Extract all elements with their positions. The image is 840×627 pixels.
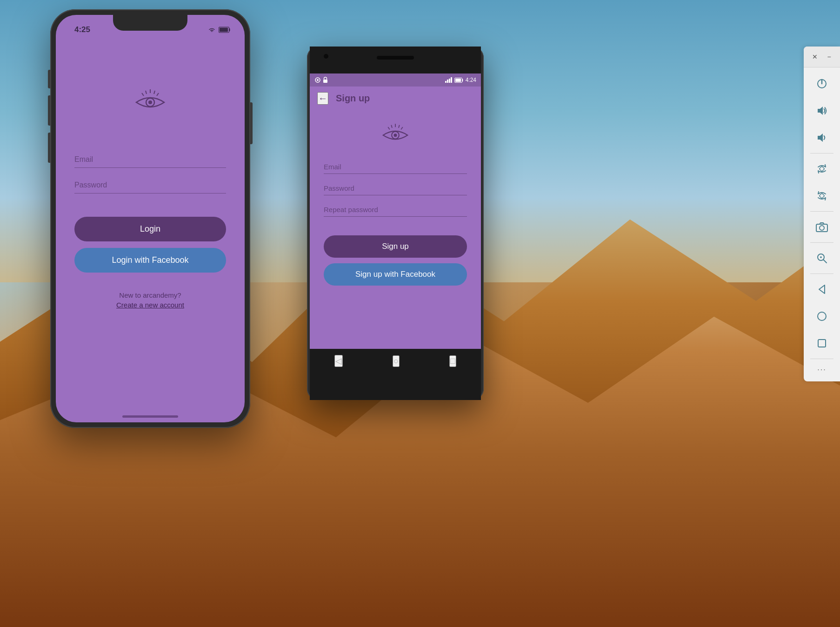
android-nav-recents[interactable]: □ xyxy=(449,355,456,367)
svg-line-22 xyxy=(388,127,390,129)
iphone-password-input[interactable] xyxy=(74,177,226,193)
zoom-icon[interactable] xyxy=(809,246,834,271)
android-email-field[interactable] xyxy=(324,160,467,174)
sidebar-minimize-button[interactable]: − xyxy=(824,51,835,62)
android-lock-icon xyxy=(323,77,328,83)
iphone-home-indicator[interactable] xyxy=(122,415,178,418)
android-signup-button[interactable]: Sign up xyxy=(324,235,467,258)
sidebar-divider-2 xyxy=(810,211,833,212)
iphone-facebook-button[interactable]: Login with Facebook xyxy=(74,248,226,273)
android-top-bar xyxy=(310,47,481,73)
volume-down-icon[interactable] xyxy=(809,125,834,150)
iphone-time: 4:25 xyxy=(70,25,90,34)
svg-marker-27 xyxy=(818,107,823,115)
android-time: 4:24 xyxy=(466,77,476,83)
svg-marker-28 xyxy=(818,133,823,142)
iphone-status-icons xyxy=(208,27,231,33)
android-facebook-button[interactable]: Sign up with Facebook xyxy=(324,263,467,286)
power-icon[interactable] xyxy=(809,71,834,96)
svg-rect-13 xyxy=(447,80,448,83)
iphone-body: 4:25 xyxy=(50,9,250,428)
android-password-field[interactable] xyxy=(324,181,467,195)
android-camera xyxy=(324,54,328,59)
svg-line-3 xyxy=(154,91,155,94)
android-page-title: Sign up xyxy=(336,93,370,104)
android-status-bar: 4:24 xyxy=(310,73,481,87)
svg-rect-1 xyxy=(220,28,228,32)
sidebar-divider-3 xyxy=(810,242,833,243)
android-back-button[interactable]: ← xyxy=(317,92,328,105)
iphone-screen: 4:25 xyxy=(56,15,245,422)
iphone-app-content: Login Login with Facebook New to arcande… xyxy=(56,43,245,422)
battery-icon xyxy=(219,27,231,33)
android-status-right: 4:24 xyxy=(445,77,476,83)
svg-rect-15 xyxy=(451,77,452,83)
svg-line-36 xyxy=(824,260,827,263)
sidebar-panel: ✕ − xyxy=(804,47,840,381)
android-body: 4:24 ← Sign up xyxy=(307,47,484,400)
svg-rect-11 xyxy=(323,80,327,83)
iphone-vol-down-btn[interactable] xyxy=(48,133,50,163)
android-nav-home[interactable]: ○ xyxy=(393,355,400,367)
svg-marker-37 xyxy=(819,285,825,293)
rotate2-icon[interactable] xyxy=(809,183,834,208)
iphone-email-input[interactable] xyxy=(74,152,226,168)
android-device: 4:24 ← Sign up xyxy=(307,47,484,400)
android-app-content: Sign up Sign up with Facebook xyxy=(310,110,481,373)
android-repeat-password-input[interactable] xyxy=(324,203,467,217)
iphone-email-field[interactable] xyxy=(74,152,226,168)
svg-line-20 xyxy=(391,125,392,128)
sidebar-more: ··· xyxy=(813,362,830,378)
android-nav-back[interactable]: ◁ xyxy=(334,355,343,367)
svg-point-24 xyxy=(394,133,397,137)
svg-point-10 xyxy=(317,79,319,81)
android-status-left xyxy=(314,77,328,83)
android-nav-bar: ◁ ○ □ xyxy=(310,349,481,373)
android-app-header: ← Sign up xyxy=(310,87,481,110)
iphone-app-logo xyxy=(132,89,169,114)
android-password-input[interactable] xyxy=(324,181,467,195)
sidebar-header: ✕ − xyxy=(804,47,840,67)
iphone-vol-up-btn[interactable] xyxy=(48,95,50,126)
iphone-mute-btn[interactable] xyxy=(48,70,50,88)
svg-line-21 xyxy=(401,127,403,129)
volume-up-icon[interactable] xyxy=(809,98,834,123)
camera-icon[interactable] xyxy=(809,214,834,240)
sidebar-divider-4 xyxy=(810,273,833,274)
svg-point-38 xyxy=(818,312,826,320)
svg-rect-39 xyxy=(818,340,826,347)
svg-line-5 xyxy=(157,93,159,96)
android-app-logo xyxy=(379,124,412,146)
android-speaker xyxy=(377,56,414,60)
recents-icon[interactable] xyxy=(809,331,834,356)
sidebar-divider-5 xyxy=(810,359,833,359)
svg-line-6 xyxy=(142,93,144,96)
sidebar-close-button[interactable]: ✕ xyxy=(809,51,820,62)
sidebar-divider-1 xyxy=(810,153,833,153)
iphone-login-button[interactable]: Login xyxy=(74,217,226,241)
iphone-new-account-text: New to arcandemy? xyxy=(119,291,181,299)
android-signal-icon xyxy=(445,77,453,83)
iphone-device: 4:25 xyxy=(50,9,250,428)
svg-line-19 xyxy=(399,125,400,128)
back-icon[interactable] xyxy=(809,277,834,302)
android-bottom-bar xyxy=(310,373,481,400)
android-eye-logo-icon xyxy=(379,124,412,144)
iphone-power-btn[interactable] xyxy=(250,102,253,144)
android-repeat-password-field[interactable] xyxy=(324,203,467,217)
iphone-create-account-link[interactable]: Create a new account xyxy=(116,301,184,309)
svg-point-8 xyxy=(148,100,152,104)
home-circle-icon[interactable] xyxy=(809,304,834,329)
iphone-password-field[interactable] xyxy=(74,177,226,193)
svg-line-4 xyxy=(146,91,147,94)
rotate-icon[interactable] xyxy=(809,156,834,181)
android-email-input[interactable] xyxy=(324,160,467,174)
android-screen: 4:24 ← Sign up xyxy=(310,73,481,373)
android-autorotate-icon xyxy=(314,77,321,83)
iphone-notch xyxy=(113,15,187,31)
svg-rect-17 xyxy=(455,79,461,82)
svg-rect-29 xyxy=(819,166,824,171)
android-battery-icon xyxy=(454,78,464,83)
svg-point-32 xyxy=(820,226,824,230)
eye-logo-icon xyxy=(132,89,169,113)
